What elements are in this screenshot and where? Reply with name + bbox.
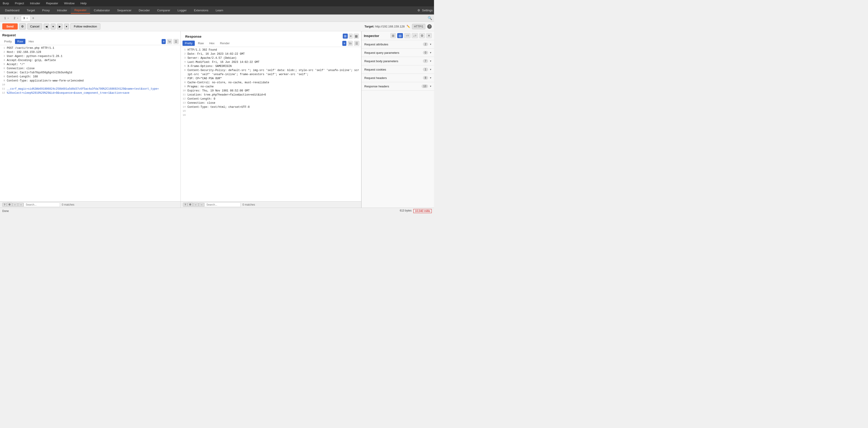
request-menu-icon[interactable]: ☰	[174, 39, 179, 44]
request-tab-hex[interactable]: Hex	[26, 39, 36, 44]
inspector-row-1[interactable]: Request query parameters 0 ▾	[362, 49, 434, 57]
response-view-compact-icon[interactable]: ▦	[354, 34, 359, 38]
chevron-down-icon: ▾	[430, 76, 431, 80]
request-search-input[interactable]	[24, 203, 60, 207]
inspector-row-3[interactable]: Request cookies 1 ▾	[362, 65, 434, 73]
request-bottom-bar: ? ⚙ ← → 0 matches	[0, 201, 181, 208]
tab-repeater[interactable]: Repeater	[71, 7, 90, 13]
request-tabs: Pretty Raw Hex ≡ \n ☰	[0, 38, 181, 45]
line-number: 14	[181, 105, 187, 109]
inspector-sort-desc-icon[interactable]: ↓=	[412, 33, 418, 38]
inspector-grid-icon[interactable]: ⊞	[391, 33, 396, 38]
tab-collaborator[interactable]: Collaborator	[90, 7, 114, 13]
cancel-button[interactable]: Cancel	[27, 23, 42, 30]
menu-burp[interactable]: Burp	[2, 1, 10, 5]
toolbar-settings-button[interactable]: ⚙	[19, 23, 26, 30]
response-menu-icon[interactable]: ☰	[354, 41, 359, 46]
menu-project[interactable]: Project	[14, 1, 25, 5]
tab-logger[interactable]: Logger	[174, 7, 190, 13]
search-icon[interactable]: 🔍	[428, 16, 432, 20]
response-tab-hex[interactable]: Hex	[207, 41, 217, 46]
tab-decoder[interactable]: Decoder	[135, 7, 153, 13]
close-tab-1[interactable]: ×	[7, 17, 9, 20]
menu-bar: Burp Project Intruder Repeater Window He…	[0, 0, 434, 6]
line-number: 3	[0, 54, 7, 58]
menu-help[interactable]: Help	[80, 1, 87, 5]
menu-intruder[interactable]: Intruder	[29, 1, 41, 5]
inspector-section-4: Request headers 8 ▾	[362, 74, 434, 82]
edit-target-icon[interactable]: ✏️	[406, 25, 410, 28]
inspector-sort-asc-icon[interactable]: ↑=	[404, 33, 410, 38]
add-tab-button[interactable]: +	[30, 15, 36, 21]
request-tab-raw[interactable]: Raw	[15, 39, 25, 44]
response-next-btn[interactable]: →	[198, 203, 204, 207]
inspector-row-0[interactable]: Request attributes 2 ▾	[362, 40, 434, 48]
repeater-tab-2[interactable]: 2 ×	[11, 16, 21, 21]
tab-proxy[interactable]: Proxy	[39, 7, 53, 13]
request-prev-btn[interactable]: ←	[12, 203, 18, 207]
menu-repeater[interactable]: Repeater	[45, 1, 59, 5]
nav-back-button[interactable]: ◀	[43, 24, 49, 30]
settings-button[interactable]: ⚙ Settings	[417, 9, 433, 12]
status-millis: 10,040 millis	[413, 209, 432, 213]
response-search-input[interactable]	[204, 203, 241, 207]
inspector-row-5[interactable]: Response headers 13 ▾	[362, 82, 434, 90]
response-tab-raw[interactable]: Raw	[196, 41, 206, 46]
close-tab-3[interactable]: ×	[27, 17, 28, 20]
request-newline-icon[interactable]: \n	[167, 39, 172, 44]
inspector-section-label-3: Request cookies	[364, 68, 423, 71]
http-version-selector[interactable]: HTTP/1	[412, 24, 425, 29]
response-settings-btn[interactable]: ⚙	[187, 203, 193, 207]
nav-down-button[interactable]: ▾	[64, 24, 69, 30]
close-tab-2[interactable]: ×	[17, 17, 19, 20]
repeater-tab-3[interactable]: 3 ×	[21, 16, 30, 21]
tab-sequencer[interactable]: Sequencer	[114, 7, 135, 13]
tab-comparer[interactable]: Comparer	[153, 7, 174, 13]
line-number: 6	[0, 66, 7, 70]
repeater-tab-1[interactable]: 1 ×	[2, 16, 11, 21]
request-settings-btn[interactable]: ⚙	[7, 203, 12, 207]
send-button[interactable]: Send	[2, 23, 18, 30]
response-line-16: 16	[181, 113, 361, 117]
inspector-list-icon[interactable]: ▤	[397, 33, 403, 38]
help-button[interactable]: ?	[427, 24, 432, 29]
inspector-row-4[interactable]: Request headers 8 ▾	[362, 74, 434, 82]
tab-extensions[interactable]: Extensions	[190, 7, 212, 13]
inspector-section-5: Response headers 13 ▾	[362, 82, 434, 91]
target-label: Target: http://192.168.159.128	[365, 25, 405, 28]
request-title: Request	[0, 31, 181, 38]
tab-target[interactable]: Target	[23, 7, 39, 13]
request-line-10: 10	[0, 83, 181, 87]
request-next-btn[interactable]: →	[18, 203, 24, 207]
response-line-10: 10Expires: Thu, 19 Nov 1981 08:52:00 GMT	[181, 89, 361, 93]
response-newline-icon[interactable]: \n	[348, 41, 353, 46]
request-tab-pretty[interactable]: Pretty	[2, 39, 14, 44]
inspector-row-2[interactable]: Request body parameters 7 ▾	[362, 57, 434, 65]
status-done-label: Done	[2, 210, 9, 213]
nav-forward-button[interactable]: ▶	[57, 24, 63, 30]
request-code-area[interactable]: 1POST /cacti/tree.php HTTP/1.12Host: 192…	[0, 45, 181, 201]
menu-window[interactable]: Window	[63, 1, 75, 5]
request-help-btn[interactable]: ?	[2, 203, 7, 207]
response-help-btn[interactable]: ?	[183, 203, 187, 207]
request-wrap-icon[interactable]: ≡	[162, 39, 166, 44]
inspector-section-0: Request attributes 2 ▾	[362, 40, 434, 49]
response-title: Response	[183, 33, 204, 39]
nav-up-button[interactable]: ▾	[51, 24, 56, 30]
tab-learn[interactable]: Learn	[212, 7, 227, 13]
tab-intruder[interactable]: Intruder	[53, 7, 71, 13]
response-view-grid-icon[interactable]: ⊞	[343, 34, 348, 38]
response-code-area[interactable]: 1HTTP/1.1 302 Found2Date: Fri, 16 Jun 20…	[181, 47, 361, 201]
response-tab-pretty[interactable]: Pretty	[183, 41, 195, 46]
target-info: Target: http://192.168.159.128 ✏️ HTTP/1…	[365, 24, 432, 29]
tab-dashboard[interactable]: Dashboard	[1, 7, 23, 13]
response-view-list-icon[interactable]: ≡	[349, 34, 353, 38]
follow-redirect-button[interactable]: Follow redirection	[70, 23, 100, 30]
line-number: 7	[0, 70, 7, 75]
line-text: Last-Modified: Fri, 16 Jun 2023 14:02:22…	[187, 60, 259, 64]
inspector-settings-icon[interactable]: ⚙	[419, 33, 425, 38]
response-prev-btn[interactable]: ←	[193, 203, 198, 207]
response-wrap-icon[interactable]: ≡	[342, 41, 346, 46]
response-tab-render[interactable]: Render	[218, 41, 232, 46]
inspector-close-icon[interactable]: ✕	[426, 33, 432, 38]
